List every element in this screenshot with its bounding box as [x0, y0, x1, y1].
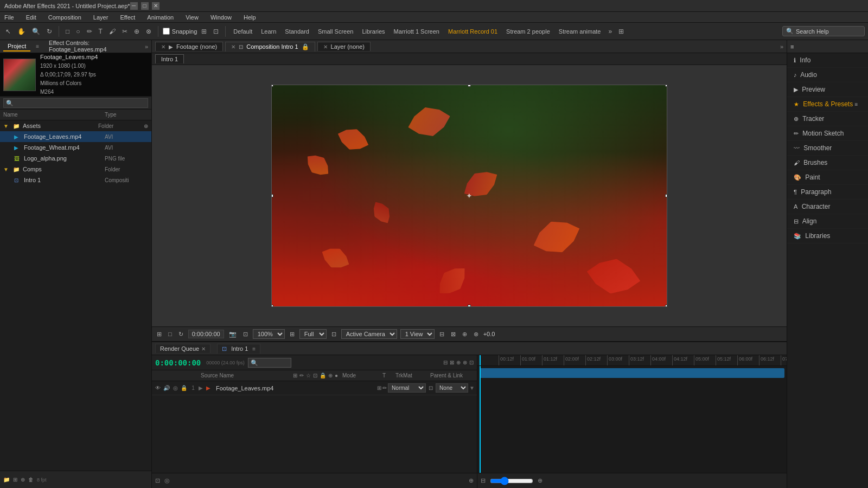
layer-switch-btn[interactable]: ⊡: [427, 385, 435, 391]
zoom-select[interactable]: 100% 50% Fit: [253, 329, 285, 339]
viewer-btn7[interactable]: ⊟: [438, 330, 446, 338]
brush-tool[interactable]: 🖌: [107, 27, 118, 36]
tree-item-intro1[interactable]: ⊡ Intro 1 Compositi: [0, 175, 151, 185]
layer-eye-btn[interactable]: 👁: [154, 385, 162, 391]
workspace-stream-animate[interactable]: Stream animate: [556, 27, 604, 36]
shape-tool[interactable]: ⊗: [144, 27, 154, 36]
maximize-button[interactable]: □: [141, 2, 149, 10]
zoom-out-btn[interactable]: ⊟: [481, 477, 486, 484]
timeline-btn1[interactable]: ⊟: [443, 359, 448, 365]
tree-item-footage-wheat[interactable]: ▶ Footage_Wheat.mp4 AVI: [0, 142, 151, 153]
quality-select[interactable]: Full Half: [299, 329, 327, 339]
viewer-always-preview[interactable]: ⊞: [155, 330, 163, 338]
layer-none-close[interactable]: ✕: [323, 44, 328, 50]
panel-item-paragraph[interactable]: ¶ Paragraph: [787, 185, 868, 200]
rotate-tool[interactable]: ↻: [44, 27, 54, 36]
menu-view[interactable]: View: [183, 13, 201, 22]
tree-item-assets-folder[interactable]: ▼ 📁 Assets Folder ⊕: [0, 120, 151, 131]
ellipse-tool[interactable]: ○: [74, 27, 82, 36]
project-search-input[interactable]: [3, 98, 148, 108]
layer-none-tab[interactable]: ✕ Layer (none): [317, 42, 371, 51]
timeline-btn4[interactable]: ⊗: [463, 359, 467, 365]
new-folder-btn[interactable]: 📁: [3, 477, 10, 483]
workspace-libraries[interactable]: Libraries: [359, 27, 388, 36]
search-input[interactable]: [796, 28, 861, 35]
viewer-btn8[interactable]: ⊠: [449, 330, 457, 338]
menu-animation[interactable]: Animation: [145, 13, 176, 22]
rect-tool[interactable]: □: [63, 27, 72, 36]
add-marker-btn[interactable]: ⊕: [469, 477, 474, 484]
view-count-select[interactable]: 1 View 2 View: [400, 329, 435, 339]
pen-tool[interactable]: ✏: [85, 27, 94, 36]
tree-item-footage-leaves[interactable]: ▶ Footage_Leaves.mp4 AVI: [0, 131, 151, 142]
layer-solo-btn[interactable]: ◎: [171, 385, 179, 391]
panel-item-character[interactable]: A Character: [787, 200, 868, 214]
timeline-btn5[interactable]: ⊡: [469, 359, 474, 365]
tab-project[interactable]: Project: [3, 42, 30, 52]
footage-none-close[interactable]: ✕: [161, 44, 165, 50]
panel-item-brushes[interactable]: 🖌 Brushes: [787, 156, 868, 170]
zoom-tool[interactable]: 🔍: [30, 27, 42, 36]
menu-window[interactable]: Window: [208, 13, 234, 22]
panel-item-audio[interactable]: ♪ Audio: [787, 68, 868, 82]
timeline-comp-tab[interactable]: ⊡ Intro 1 ≡: [217, 344, 260, 354]
intro1-subtab[interactable]: Intro 1: [155, 54, 184, 63]
close-button[interactable]: ✕: [152, 2, 159, 10]
tree-item-logo-alpha[interactable]: 🖼 Logo_alpha.png PNG file: [0, 153, 151, 164]
viewer-draft[interactable]: □: [167, 330, 174, 338]
comp-intro1-tab[interactable]: ✕ ⊡ Composition Intro 1 🔒: [225, 42, 315, 52]
puppet-tool[interactable]: ⊕: [132, 27, 142, 36]
timeline-btn2[interactable]: ⊠: [450, 359, 454, 365]
viewer-region-btn[interactable]: ⊡: [241, 330, 250, 338]
workspace-learn[interactable]: Learn: [258, 27, 279, 36]
menu-layer[interactable]: Layer: [91, 13, 111, 22]
menu-composition[interactable]: Composition: [46, 13, 84, 22]
panel-item-effects-presets[interactable]: ★ Effects & Presets ≡: [787, 97, 868, 112]
layer-mode-select[interactable]: Normal Add Multiply: [388, 383, 426, 393]
panel-item-info[interactable]: ℹ Info: [787, 53, 868, 68]
viewer-btn6[interactable]: ⊡: [330, 330, 338, 338]
panel-item-align[interactable]: ⊟ Align: [787, 214, 868, 229]
menu-effect[interactable]: Effect: [118, 13, 137, 22]
comp-panel-menu[interactable]: »: [780, 43, 783, 50]
table-row[interactable]: 👁 🔊 ◎ 🔒 1 ▶ ▶ Footage_Leaves.mp4 ⊞ ✏: [152, 381, 477, 395]
render-queue-tab[interactable]: Render Queue ✕: [155, 344, 210, 353]
layer-audio-btn[interactable]: 🔊: [163, 385, 170, 391]
hand-tool[interactable]: ✋: [15, 27, 28, 36]
workspace-stream2[interactable]: Stream 2 people: [503, 27, 553, 36]
toggle-switches-btn[interactable]: ⊡: [155, 477, 160, 484]
layer-search-input[interactable]: [248, 358, 291, 368]
minimize-button[interactable]: ─: [130, 2, 138, 10]
solo-all-btn[interactable]: ◎: [164, 477, 170, 484]
menu-help[interactable]: Help: [241, 13, 258, 22]
snapping-btn2[interactable]: ⊡: [211, 27, 221, 36]
viewer-btn10[interactable]: ⊗: [472, 330, 480, 338]
panel-item-paint[interactable]: 🎨 Paint: [787, 170, 868, 185]
delete-btn[interactable]: 🗑: [28, 477, 34, 483]
layer-lock-btn[interactable]: 🔒: [180, 385, 188, 391]
footage-none-tab[interactable]: ✕ ▶ Footage (none): [155, 42, 223, 51]
selection-tool[interactable]: ↖: [3, 27, 13, 36]
layer-trkmat-select[interactable]: None: [436, 383, 468, 393]
render-queue-close[interactable]: ✕: [201, 346, 206, 352]
menu-edit[interactable]: Edit: [24, 13, 39, 22]
panel-item-preview[interactable]: ▶ Preview: [787, 82, 868, 97]
comp-tab-close[interactable]: ✕: [231, 44, 235, 50]
workspace-marriott-record[interactable]: Marriott Record 01: [445, 27, 501, 36]
panel-item-smoother[interactable]: 〰 Smoother: [787, 141, 868, 156]
workspace-small-screen[interactable]: Small Screen: [315, 27, 356, 36]
camera-select[interactable]: Active Camera: [341, 329, 397, 339]
zoom-slider[interactable]: [490, 478, 533, 484]
panel-item-tracker[interactable]: ⊕ Tracker: [787, 112, 868, 126]
viewer-btn9[interactable]: ⊕: [461, 330, 469, 338]
snapping-checkbox[interactable]: [163, 28, 170, 35]
project-tree[interactable]: ▼ 📁 Assets Folder ⊕ ▶ Footage_Leaves.mp4…: [0, 120, 151, 471]
workspace-marriott1[interactable]: Marriott 1 Screen: [391, 27, 443, 36]
text-tool[interactable]: T: [97, 27, 105, 36]
tree-item-comps-folder[interactable]: ▼ 📁 Comps Folder: [0, 164, 151, 175]
layer-expand-btn[interactable]: ▶: [199, 385, 205, 391]
clone-tool[interactable]: ✂: [120, 27, 130, 36]
timeline-btn3[interactable]: ⊕: [456, 359, 461, 365]
workspace-settings[interactable]: ⊞: [616, 27, 626, 36]
menu-file[interactable]: File: [2, 13, 16, 22]
